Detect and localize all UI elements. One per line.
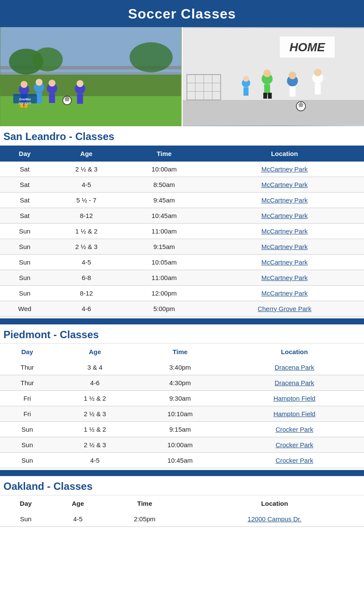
cell-location[interactable]: Crocker Park	[225, 422, 364, 437]
cell-time: 9:15am	[123, 239, 205, 255]
piedmont-section: Piedmont - Classes Day Age Time Location…	[0, 324, 364, 476]
svg-rect-21	[77, 94, 83, 104]
cell-time: 10:45am	[123, 208, 205, 224]
cell-day: Wed	[0, 301, 50, 317]
cell-age: 4-5	[52, 511, 104, 527]
cell-day: Sun	[0, 511, 52, 527]
location-link[interactable]: McCartney Park	[261, 196, 308, 204]
svg-rect-49	[243, 87, 249, 96]
col-location: Location	[225, 344, 364, 360]
cell-age: 4-6	[54, 375, 135, 391]
cell-time: 10:05am	[123, 255, 205, 270]
cell-location[interactable]: McCartney Park	[205, 177, 364, 193]
cell-age: 2 ½ & 3	[54, 406, 135, 422]
cell-day: Sun	[0, 422, 54, 437]
location-link[interactable]: Hampton Field	[274, 395, 316, 402]
svg-point-12	[21, 81, 28, 88]
svg-point-7	[130, 42, 173, 72]
cell-location[interactable]: Crocker Park	[225, 437, 364, 453]
cell-location[interactable]: Hampton Field	[225, 406, 364, 422]
cell-time: 5:00pm	[123, 301, 205, 317]
oakland-table: Day Age Time Location Sun4-52:05pm12000 …	[0, 495, 364, 527]
table-row: Fri2 ½ & 310:10amHampton Field	[0, 406, 364, 422]
location-link[interactable]: Cherry Grove Park	[258, 305, 311, 312]
svg-point-15	[36, 79, 43, 86]
location-link[interactable]: McCartney Park	[261, 258, 308, 266]
piedmont-title: Piedmont - Classes	[0, 324, 364, 344]
svg-point-46	[314, 69, 321, 76]
cell-age: 6-8	[50, 270, 124, 286]
san-leandro-table: Day Age Time Location Sat2 ½ & 310:00amM…	[0, 146, 364, 317]
oakland-section: Oakland - Classes Day Age Time Location …	[0, 476, 364, 527]
table-row: Sun4-510:45amCrocker Park	[0, 453, 364, 468]
san-leandro-separator	[0, 318, 364, 324]
page-header: Soccer Classes	[0, 0, 364, 27]
table-row: Sun6-811:00amMcCartney Park	[0, 270, 364, 286]
cell-location[interactable]: McCartney Park	[205, 208, 364, 224]
col-day: Day	[0, 344, 54, 360]
cell-location[interactable]: Dracena Park	[225, 375, 364, 391]
cell-location[interactable]: McCartney Park	[205, 270, 364, 286]
cell-day: Sun	[0, 286, 50, 301]
location-link[interactable]: Dracena Park	[275, 379, 314, 386]
location-link[interactable]: Hampton Field	[274, 410, 316, 417]
location-link[interactable]: McCartney Park	[261, 243, 308, 250]
cell-time: 9:30am	[135, 391, 225, 406]
col-location: Location	[185, 495, 364, 511]
cell-day: Fri	[0, 391, 54, 406]
location-link[interactable]: McCartney Park	[261, 274, 308, 281]
cell-age: 1 ½ & 2	[50, 224, 124, 239]
cell-age: 4-5	[50, 255, 124, 270]
cell-day: Sun	[0, 224, 50, 239]
location-link[interactable]: McCartney Park	[261, 212, 308, 219]
location-link[interactable]: Crocker Park	[276, 441, 314, 448]
svg-rect-45	[314, 84, 320, 94]
cell-age: 2 ½ & 3	[50, 162, 124, 177]
table-row: Sat4-58:50amMcCartney Park	[0, 177, 364, 193]
cell-age: 3 & 4	[54, 360, 135, 375]
cell-location[interactable]: Dracena Park	[225, 360, 364, 375]
cell-time: 11:00am	[123, 270, 205, 286]
location-link[interactable]: Crocker Park	[276, 426, 314, 433]
cell-time: 10:00am	[123, 162, 205, 177]
cell-age: 2 ½ & 3	[54, 437, 135, 453]
cell-location[interactable]: McCartney Park	[205, 224, 364, 239]
cell-location[interactable]: McCartney Park	[205, 162, 364, 177]
location-link[interactable]: McCartney Park	[261, 165, 308, 173]
location-link[interactable]: McCartney Park	[261, 290, 308, 297]
cell-day: Sat	[0, 208, 50, 224]
cell-age: 1 ½ & 2	[54, 391, 135, 406]
location-link[interactable]: Crocker Park	[276, 457, 314, 464]
page-title: Soccer Classes	[0, 6, 364, 22]
table-row: Sun4-52:05pm12000 Campus Dr.	[0, 511, 364, 527]
col-time: Time	[135, 344, 225, 360]
table-row: Thur3 & 43:40pmDracena Park	[0, 360, 364, 375]
location-link[interactable]: McCartney Park	[261, 227, 308, 235]
cell-age: 2 ½ & 3	[50, 239, 124, 255]
cell-location[interactable]: Cherry Grove Park	[205, 301, 364, 317]
location-link[interactable]: 12000 Campus Dr.	[248, 515, 302, 523]
san-leandro-title: San Leandro - Classes	[0, 126, 364, 146]
cell-location[interactable]: McCartney Park	[205, 239, 364, 255]
cell-location[interactable]: McCartney Park	[205, 286, 364, 301]
location-link[interactable]: McCartney Park	[261, 181, 308, 188]
col-day: Day	[0, 495, 52, 511]
svg-rect-39	[263, 93, 267, 99]
cell-location[interactable]: Hampton Field	[225, 391, 364, 406]
cell-age: 8-12	[50, 208, 124, 224]
svg-rect-14	[36, 93, 42, 103]
cell-location[interactable]: McCartney Park	[205, 193, 364, 208]
cell-day: Thur	[0, 375, 54, 391]
col-age: Age	[54, 344, 135, 360]
svg-text:SOCCER: SOCCER	[19, 102, 31, 105]
table-row: Sun1 ½ & 29:15amCrocker Park	[0, 422, 364, 437]
cell-location[interactable]: McCartney Park	[205, 255, 364, 270]
cell-time: 12:00pm	[123, 286, 205, 301]
table-row: Wed4-65:00pmCherry Grove Park	[0, 301, 364, 317]
cell-location[interactable]: Crocker Park	[225, 453, 364, 468]
cell-location[interactable]: 12000 Campus Dr.	[185, 511, 364, 527]
svg-point-38	[263, 69, 271, 77]
san-leandro-header-row: Day Age Time Location	[0, 146, 364, 162]
location-link[interactable]: Dracena Park	[275, 364, 314, 371]
col-time: Time	[123, 146, 205, 162]
